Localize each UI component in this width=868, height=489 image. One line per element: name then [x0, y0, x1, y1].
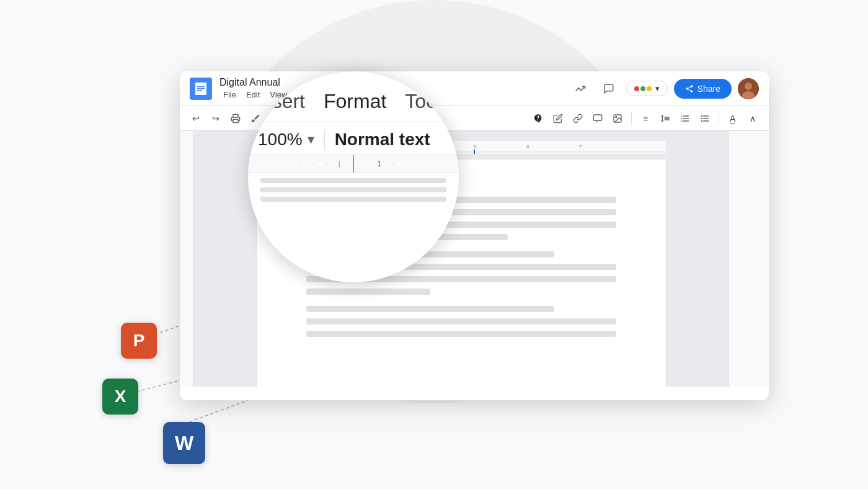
highlight-color-button[interactable]: A̲ [724, 110, 742, 127]
line-spacing-button[interactable] [657, 110, 674, 127]
doc-line [306, 289, 430, 295]
ruler-marker [353, 155, 354, 173]
align-button[interactable]: ≡ [637, 110, 654, 127]
magnifier: Insert Format Tools 100% ▾ Normal text ·… [248, 71, 459, 282]
highlight-button[interactable] [549, 110, 567, 127]
image-button[interactable] [609, 110, 626, 127]
doc-line [306, 318, 616, 325]
redo-button[interactable]: ↪ [207, 110, 224, 127]
magnifier-normal-text[interactable]: Normal text [335, 130, 430, 150]
text-color-button[interactable] [529, 110, 547, 127]
meet-dot-red [634, 86, 639, 91]
powerpoint-icon: P [121, 323, 157, 359]
ruler-label: 1 [377, 159, 381, 168]
avatar[interactable] [738, 78, 759, 99]
svg-rect-5 [197, 86, 205, 87]
excel-icon: X [102, 379, 138, 415]
doc-line [306, 306, 554, 312]
word-letter: W [175, 432, 193, 455]
svg-rect-26 [474, 150, 475, 155]
meet-button[interactable]: ▾ [626, 81, 668, 96]
svg-line-2 [184, 400, 248, 424]
powerpoint-letter: P [133, 331, 145, 351]
meet-dot-yellow [647, 86, 652, 91]
meet-label: ▾ [655, 84, 660, 93]
magnifier-ruler: · · · | · · 1 · · [248, 155, 459, 173]
svg-point-17 [616, 116, 617, 117]
left-ruler [180, 131, 193, 387]
comment-button[interactable] [589, 110, 606, 127]
word-icon: W [163, 422, 205, 464]
svg-rect-7 [197, 90, 202, 91]
comments-button[interactable] [598, 78, 620, 100]
print-button[interactable] [227, 110, 244, 127]
zoom-value: 100% [258, 130, 303, 150]
share-label: Share [698, 84, 720, 94]
undo-button[interactable]: ↩ [187, 110, 205, 127]
meet-dot-green [640, 86, 645, 91]
meet-dots [634, 86, 652, 91]
link-button[interactable] [569, 110, 587, 127]
normal-text-label: Normal text [335, 130, 430, 149]
svg-text:6: 6 [526, 144, 529, 150]
right-panel [728, 131, 769, 387]
svg-rect-11 [233, 119, 238, 122]
magnifier-toolbar: 100% ▾ Normal text [248, 125, 459, 155]
mag-divider [248, 122, 459, 122]
bullet-list-button[interactable] [696, 110, 714, 127]
svg-text:5: 5 [474, 144, 477, 150]
share-button[interactable]: Share [674, 79, 732, 99]
excel-letter: X [115, 387, 126, 406]
magnifier-zoom[interactable]: 100% ▾ [258, 130, 314, 150]
magnifier-format[interactable]: Format [324, 90, 386, 113]
analytics-button[interactable] [569, 78, 591, 100]
title-bar: Digital Annual File Edit View [180, 71, 769, 106]
list-button[interactable] [676, 110, 694, 127]
magnifier-divider [324, 130, 325, 150]
svg-rect-15 [593, 115, 601, 120]
zoom-arrow: ▾ [308, 132, 314, 148]
expand-button[interactable]: ∧ [744, 110, 761, 127]
doc-line [306, 331, 616, 337]
title-actions: ▾ Share [569, 78, 759, 100]
menu-file[interactable]: File [219, 89, 240, 101]
menu-edit[interactable]: Edit [242, 89, 264, 101]
svg-point-9 [745, 83, 752, 90]
svg-text:7: 7 [579, 144, 582, 150]
svg-rect-6 [197, 88, 205, 89]
google-docs-icon [190, 78, 212, 100]
